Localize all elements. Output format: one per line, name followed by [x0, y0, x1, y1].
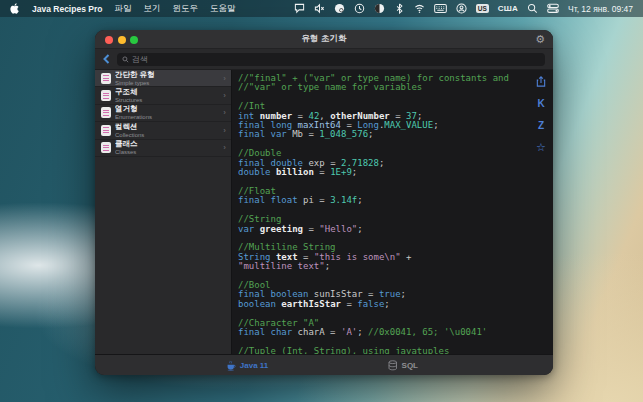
- menu-app-name[interactable]: Java Recipes Pro: [32, 4, 102, 14]
- search-input[interactable]: [132, 55, 540, 64]
- sidebar-item-collections[interactable]: 컬렉션Collections›: [95, 122, 231, 139]
- database-icon: [388, 360, 398, 371]
- code-panel: //"final" + ("var" or type name) for con…: [232, 70, 553, 354]
- title-bar: 유형 초기화 ⚙: [95, 30, 553, 49]
- bluetooth-icon[interactable]: [394, 3, 405, 14]
- sidebar-item-title: 컬렉션: [115, 123, 219, 131]
- tab-sql[interactable]: SQL: [388, 355, 418, 375]
- code-line: [238, 140, 553, 149]
- app-circle-icon-2[interactable]: [354, 3, 365, 14]
- code-line: final float pi = 3.14f;: [238, 196, 553, 205]
- menu-bar: Java Recipes Pro 파일보기윈도우도움말 US США Чт, 1…: [0, 0, 643, 17]
- tab-java-label: Java 11: [240, 361, 268, 370]
- code-line: double billion = 1E+9;: [238, 168, 553, 177]
- sidebar-item-title: 클래스: [115, 140, 219, 148]
- chat-icon[interactable]: [294, 3, 305, 14]
- input-source-badge[interactable]: US: [476, 4, 489, 13]
- sidebar-item-classes[interactable]: 클래스Classes›: [95, 140, 231, 157]
- code-line: [238, 93, 553, 102]
- apple-menu-icon[interactable]: [10, 3, 21, 15]
- snippet-doc-icon: [101, 107, 111, 118]
- sidebar-item-subtitle: Enumerations: [115, 114, 219, 120]
- toolbar: [95, 49, 553, 70]
- sidebar-item-subtitle: Collections: [115, 132, 219, 138]
- window-title: 유형 초기화: [302, 33, 347, 45]
- volume-muted-icon[interactable]: [314, 3, 325, 14]
- chevron-right-icon: ›: [223, 143, 226, 152]
- code-line: //Tuple (Int, String), using javatuples: [238, 347, 553, 354]
- favorite-star-icon[interactable]: ☆: [536, 142, 546, 153]
- back-button[interactable]: [99, 54, 113, 64]
- app-circle-icon-1[interactable]: [334, 3, 345, 14]
- chevron-right-icon: ›: [223, 108, 226, 117]
- letter-k-icon[interactable]: K: [537, 98, 544, 109]
- language-tab-bar: Java 11 SQL: [95, 354, 553, 375]
- sidebar-item-subtitle: Simple types: [115, 80, 219, 86]
- chevron-right-icon: ›: [223, 74, 226, 83]
- sidebar-item-simple-types[interactable]: 간단한 유형Simple types›: [95, 70, 231, 87]
- status-area: US США Чт, 12 янв. 09:47: [294, 3, 633, 14]
- search-field[interactable]: [117, 53, 545, 66]
- app-circle-icon-3[interactable]: [374, 3, 385, 14]
- sidebar-item-subtitle: Classes: [115, 149, 219, 155]
- code-line: boolean earthIsStar = false;: [238, 300, 553, 309]
- snippet-doc-icon: [101, 90, 111, 101]
- code-line: [238, 177, 553, 186]
- share-icon[interactable]: [536, 76, 546, 87]
- spotlight-search-icon[interactable]: [527, 3, 538, 14]
- menu-item-3[interactable]: 도움말: [210, 3, 236, 15]
- sidebar: 간단한 유형Simple types›구조체Structures›열거형Enum…: [95, 70, 232, 354]
- chevron-right-icon: ›: [223, 91, 226, 100]
- search-icon: [122, 56, 129, 63]
- app-window: 유형 초기화 ⚙ 간단한 유형Simple types›구조체Structure…: [95, 30, 553, 375]
- chevron-right-icon: ›: [223, 126, 226, 135]
- sidebar-item-structures[interactable]: 구조체Structures›: [95, 87, 231, 104]
- user-icon[interactable]: [456, 3, 467, 14]
- input-source-label[interactable]: США: [498, 4, 518, 13]
- snippet-doc-icon: [101, 142, 111, 153]
- code-line: final var Mb = 1_048_576;: [238, 130, 553, 139]
- java-cup-icon: [226, 360, 236, 371]
- keyboard-icon[interactable]: [434, 3, 447, 14]
- sidebar-item-title: 열거형: [115, 105, 219, 113]
- sidebar-item-enumerations[interactable]: 열거형Enumerations›: [95, 105, 231, 122]
- zoom-button[interactable]: [130, 36, 138, 44]
- settings-gear-icon[interactable]: ⚙: [535, 32, 545, 47]
- menu-clock[interactable]: Чт, 12 янв. 09:47: [568, 4, 633, 14]
- menu-items: 파일보기윈도우도움말: [114, 3, 235, 15]
- code-line: //"var" or type name for variables: [238, 83, 553, 92]
- code-line: [238, 206, 553, 215]
- sidebar-item-title: 구조체: [115, 88, 219, 96]
- snippet-doc-icon: [101, 125, 111, 136]
- action-strip: K Z ☆: [534, 76, 548, 153]
- control-center-icon[interactable]: [547, 3, 559, 14]
- snippet-doc-icon: [101, 73, 111, 84]
- wifi-icon[interactable]: [414, 3, 425, 14]
- sidebar-item-title: 간단한 유형: [115, 71, 219, 79]
- desktop: Java Recipes Pro 파일보기윈도우도움말 US США Чт, 1…: [0, 0, 643, 402]
- tab-sql-label: SQL: [402, 361, 418, 370]
- close-button[interactable]: [105, 36, 113, 44]
- tab-java[interactable]: Java 11: [226, 355, 268, 375]
- code-line: "multiline text";: [238, 262, 553, 271]
- code-line: var greeting = "Hello";: [238, 225, 553, 234]
- code-line: [238, 272, 553, 281]
- code-editor[interactable]: //"final" + ("var" or type name) for con…: [232, 70, 553, 354]
- minimize-button[interactable]: [118, 36, 126, 44]
- sidebar-item-subtitle: Structures: [115, 97, 219, 103]
- menu-item-2[interactable]: 윈도우: [172, 3, 198, 15]
- menu-item-0[interactable]: 파일: [114, 3, 131, 15]
- letter-z-icon[interactable]: Z: [538, 120, 544, 131]
- menu-item-1[interactable]: 보기: [143, 3, 160, 15]
- code-line: final char charA = 'A'; //0x0041, 65; '\…: [238, 328, 553, 337]
